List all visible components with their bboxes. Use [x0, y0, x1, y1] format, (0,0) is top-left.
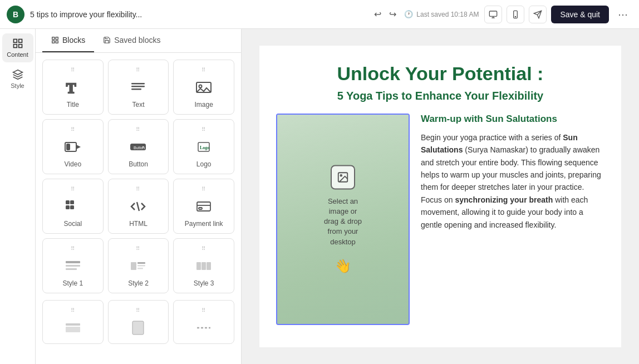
svg-point-16 — [199, 85, 202, 88]
block-html-dots: ⠿ — [136, 186, 140, 192]
blocks-grid: ⠿ T Title ⠿ Text ⠿ Image — [36, 53, 241, 300]
svg-rect-12 — [131, 83, 145, 85]
image-block[interactable]: Select an image or drag & drop from your… — [276, 114, 410, 325]
block-style2[interactable]: ⠿ Style 2 — [108, 238, 169, 293]
block-image-dots: ⠿ — [201, 67, 206, 73]
block-text[interactable]: ⠿ Text — [108, 60, 169, 115]
save-quit-button[interactable]: Save & quit — [551, 6, 609, 23]
article-body: Select an image or drag & drop from your… — [259, 114, 621, 342]
svg-rect-31 — [199, 208, 202, 209]
more-options-button[interactable]: ⋯ — [613, 6, 632, 23]
block-payment-label: Payment link — [185, 220, 223, 228]
image-upload-text: Select an image or drag & drop from your… — [321, 196, 365, 247]
block-button-label: Button — [129, 160, 148, 168]
social-block-icon — [64, 196, 82, 217]
image-upload-area[interactable]: Select an image or drag & drop from your… — [310, 154, 376, 284]
block-text-label: Text — [132, 101, 144, 109]
block-video-dots: ⠿ — [71, 126, 75, 132]
block-style3[interactable]: ⠿ Style 3 — [173, 238, 234, 293]
warm-up-title: Warm-up with Sun Salutations — [421, 114, 604, 125]
block-extra2[interactable]: ⠿ — [108, 300, 169, 344]
block-style2-dots: ⠿ — [136, 245, 140, 252]
sidebar-item-content[interactable]: Content — [2, 33, 33, 62]
svg-rect-39 — [196, 262, 201, 270]
block-text-dots: ⠿ — [136, 67, 140, 73]
canvas-area: Unlock Your Potential : 5 Yoga Tips to E… — [242, 29, 639, 364]
image-placeholder-icon — [337, 171, 349, 183]
svg-rect-10 — [56, 41, 58, 43]
svg-rect-25 — [70, 200, 74, 204]
warm-up-body: Begin your yoga practice with a series o… — [421, 131, 604, 231]
tab-saved-blocks[interactable]: Saved blocks — [94, 29, 169, 52]
clock-icon: 🕐 — [404, 10, 413, 18]
blocks-panel: Blocks Saved blocks ⠿ T Title ⠿ — [36, 29, 242, 364]
block-style1-label: Style 1 — [62, 279, 83, 287]
video-block-icon — [64, 137, 82, 157]
block-style3-dots: ⠿ — [201, 245, 206, 252]
block-extra1[interactable]: ⠿ — [42, 300, 104, 344]
svg-rect-4 — [18, 40, 22, 43]
desktop-view-button[interactable] — [484, 6, 502, 23]
svg-text:T: T — [66, 80, 76, 96]
svg-rect-5 — [13, 45, 17, 48]
tab-blocks[interactable]: Blocks — [42, 29, 94, 52]
topbar-actions: Save & quit ⋯ — [484, 6, 632, 23]
content-icon — [12, 38, 23, 49]
svg-rect-43 — [66, 327, 80, 332]
save-status: 🕐 Last saved 10:18 AM — [404, 10, 479, 18]
block-payment-link[interactable]: ⠿ Payment link — [173, 179, 234, 234]
topbar: B 5 tips to improve your flexibility... … — [0, 0, 639, 29]
svg-point-47 — [340, 175, 342, 176]
undo-button[interactable]: ↩ — [372, 7, 384, 22]
button-block-icon: Button — [129, 137, 147, 157]
svg-rect-41 — [207, 262, 211, 270]
svg-rect-27 — [70, 205, 74, 209]
svg-rect-13 — [131, 86, 145, 87]
block-extra3[interactable]: ⠿ — [173, 300, 234, 344]
svg-rect-9 — [52, 41, 55, 43]
svg-rect-19 — [67, 144, 70, 150]
svg-rect-42 — [66, 323, 80, 326]
redo-button[interactable]: ↪ — [387, 7, 399, 22]
style-label: Style — [11, 82, 24, 89]
block-video[interactable]: ⠿ Video — [42, 119, 104, 174]
block-html[interactable]: ⠿ HTML — [108, 179, 169, 234]
blocks-grid-extra: ⠿ ⠿ ⠿ — [36, 300, 241, 351]
canvas-content: Unlock Your Potential : 5 Yoga Tips to E… — [259, 46, 621, 347]
icon-sidebar: Content Style — [0, 29, 36, 364]
block-title[interactable]: ⠿ T Title — [42, 60, 104, 115]
svg-rect-36 — [137, 262, 145, 264]
block-image[interactable]: ⠿ Image — [173, 60, 234, 115]
brand-logo: B — [7, 6, 24, 23]
style2-block-icon — [129, 256, 147, 276]
block-video-label: Video — [65, 160, 81, 168]
document-title: 5 tips to improve your flexibility... — [30, 10, 366, 19]
svg-rect-40 — [201, 262, 206, 270]
block-logo-label: Logo — [196, 160, 212, 168]
svg-rect-26 — [66, 205, 70, 209]
svg-rect-3 — [13, 40, 17, 43]
block-style1[interactable]: ⠿ Style 1 — [42, 238, 104, 293]
style-icon — [12, 69, 23, 80]
logo-block-icon: Logo — [195, 137, 213, 157]
svg-rect-33 — [66, 265, 80, 267]
block-social-label: Social — [63, 220, 82, 228]
mobile-view-button[interactable] — [507, 6, 524, 23]
svg-point-2 — [515, 16, 516, 17]
send-button[interactable] — [529, 6, 547, 23]
title-block-icon: T — [64, 77, 82, 97]
svg-rect-8 — [56, 37, 58, 40]
block-logo[interactable]: ⠿ Logo Logo — [173, 119, 234, 174]
block-button[interactable]: ⠿ Button Button — [108, 119, 169, 174]
sidebar-item-style[interactable]: Style — [2, 65, 33, 94]
block-button-dots: ⠿ — [136, 126, 140, 132]
content-label: Content — [7, 51, 28, 58]
block-social[interactable]: ⠿ Social — [42, 179, 104, 234]
block-style1-dots: ⠿ — [71, 245, 75, 252]
undo-redo-group: ↩ ↪ — [372, 7, 399, 22]
block-style2-label: Style 2 — [128, 279, 149, 287]
style1-block-icon — [64, 256, 82, 276]
svg-rect-38 — [137, 268, 143, 269]
block-logo-dots: ⠿ — [201, 126, 206, 132]
block-title-label: Title — [67, 101, 79, 109]
